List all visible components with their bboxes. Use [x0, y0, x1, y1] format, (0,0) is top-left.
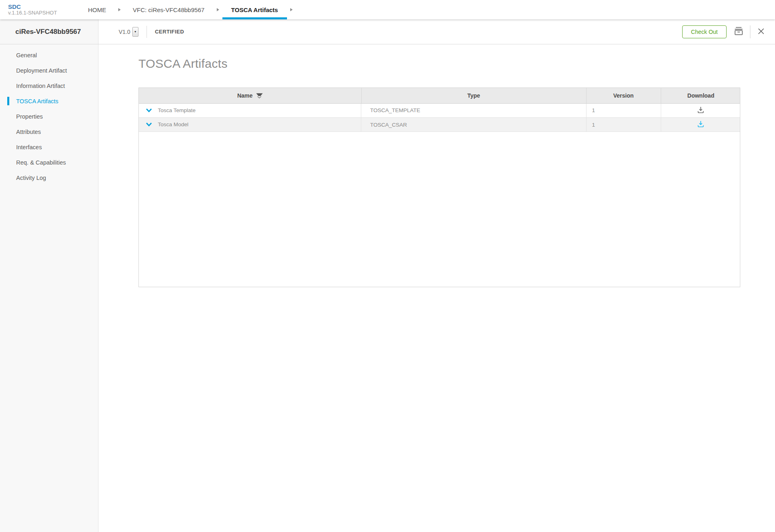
sort-icon[interactable] — [256, 93, 263, 98]
tab-home[interactable]: HOME — [79, 0, 115, 19]
sidebar: General Deployment Artifact Information … — [0, 44, 98, 532]
sidebar-item-properties[interactable]: Properties — [0, 109, 98, 124]
download-button[interactable] — [697, 121, 704, 129]
download-button[interactable] — [697, 106, 704, 115]
sidebar-item-information-artifact[interactable]: Information Artifact — [0, 78, 98, 94]
sidebar-item-tosca-artifacts[interactable]: TOSCA Artifacts — [0, 94, 98, 109]
artifact-type: TOSCA_TEMPLATE — [361, 103, 586, 118]
close-button[interactable] — [758, 28, 765, 36]
close-icon — [758, 28, 765, 36]
artifact-version: 1 — [586, 103, 661, 118]
breadcrumb-arrow-icon — [118, 8, 121, 12]
artifact-name: Tosca Template — [158, 107, 196, 113]
expand-row-chevron-down-icon[interactable] — [146, 122, 152, 127]
expand-row-chevron-down-icon[interactable] — [146, 108, 152, 113]
breadcrumb-arrow-icon — [216, 8, 220, 12]
entity-header-toolbar: V1.0 ▼ CERTIFIED Check Out — [98, 19, 775, 44]
artifacts-table: Name Type Version Download — [138, 88, 740, 287]
printer-icon — [734, 27, 744, 37]
print-button[interactable] — [734, 27, 744, 37]
top-nav-bar: SDC v.1.16.1-SNAPSHOT HOME VFC: ciRes-VF… — [0, 0, 775, 19]
app-name: SDC — [8, 3, 79, 10]
page-title: TOSCA Artifacts — [138, 57, 228, 71]
entity-name-cell: ciRes-VFC48bb9567 — [0, 19, 98, 44]
divider — [750, 25, 750, 38]
download-icon — [697, 106, 704, 115]
column-header-version[interactable]: Version — [586, 88, 661, 103]
breadcrumb-arrow-icon — [290, 8, 293, 12]
column-header-download: Download — [661, 88, 740, 103]
divider — [147, 26, 147, 38]
app-logo: SDC v.1.16.1-SNAPSHOT — [0, 0, 79, 19]
sidebar-item-attributes[interactable]: Attributes — [0, 124, 98, 140]
artifact-name: Tosca Model — [158, 121, 189, 127]
table-header-row: Name Type Version Download — [139, 88, 740, 103]
tab-vfc[interactable]: VFC: ciRes-VFC48bb9567 — [124, 0, 214, 19]
version-dropdown-icon[interactable]: ▼ — [132, 27, 138, 37]
column-header-type[interactable]: Type — [361, 88, 586, 103]
check-out-button[interactable]: Check Out — [682, 25, 727, 38]
main-content: TOSCA Artifacts Name — [98, 44, 775, 532]
breadcrumb: HOME VFC: ciRes-VFC48bb9567 TOSCA Artifa… — [79, 0, 296, 19]
table-row: Tosca Model TOSCA_CSAR 1 — [139, 118, 740, 132]
sidebar-item-deployment-artifact[interactable]: Deployment Artifact — [0, 63, 98, 78]
sidebar-item-activity-log[interactable]: Activity Log — [0, 170, 98, 186]
entity-header: ciRes-VFC48bb9567 V1.0 ▼ CERTIFIED Check… — [0, 19, 775, 44]
column-header-name[interactable]: Name — [139, 88, 361, 103]
entity-name: ciRes-VFC48bb9567 — [15, 28, 81, 36]
artifact-type: TOSCA_CSAR — [361, 118, 586, 132]
app-version: v.1.16.1-SNAPSHOT — [8, 10, 79, 16]
lifecycle-state-badge: CERTIFIED — [155, 29, 184, 35]
table-row: Tosca Template TOSCA_TEMPLATE 1 — [139, 103, 740, 118]
version-label: V1.0 — [119, 29, 130, 35]
sidebar-item-general[interactable]: General — [0, 48, 98, 63]
download-icon — [697, 121, 704, 129]
tab-tosca-artifacts[interactable]: TOSCA Artifacts — [222, 0, 287, 19]
sidebar-item-req-capabilities[interactable]: Req. & Capabilities — [0, 155, 98, 170]
artifact-version: 1 — [586, 118, 661, 132]
version-selector[interactable]: V1.0 ▼ — [119, 27, 138, 37]
sidebar-item-interfaces[interactable]: Interfaces — [0, 140, 98, 155]
